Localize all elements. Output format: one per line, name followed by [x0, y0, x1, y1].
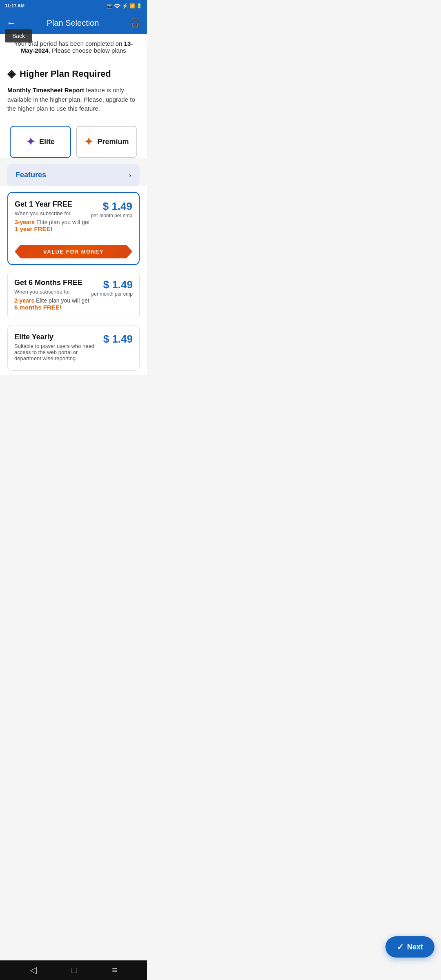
plan-card-1year[interactable]: Get 1 Year FREE When you subscribe for 3…: [7, 192, 140, 265]
time-display: 11:17 AM: [5, 3, 24, 8]
features-row[interactable]: Features ›: [7, 164, 140, 186]
wifi-icon: [114, 3, 120, 9]
feature-name: Monthly Timesheet Report: [7, 87, 84, 94]
card1-price: $ 1.49: [91, 200, 132, 213]
card1-sub: When you subscribe for: [15, 210, 91, 216]
app-header: ← Back Plan Selection 🎧: [0, 11, 147, 34]
back-arrow-icon: ←: [7, 17, 16, 29]
signal-icon: 📶: [129, 3, 135, 9]
card2-promo: 2-years Elite plan you will get 6 months…: [14, 297, 91, 311]
battery-icon: 🔋: [136, 3, 142, 9]
status-time: 11:17 AM: [5, 3, 24, 8]
card2-years: 2-years: [14, 297, 34, 304]
card1-promo: 3-years Elite plan you will get 1 year F…: [15, 219, 91, 232]
headset-icon[interactable]: 🎧: [129, 18, 140, 28]
higher-plan-section: ◈ Higher Plan Required Monthly Timesheet…: [0, 59, 147, 120]
diamond-icon: ◈: [7, 67, 16, 80]
plan-selector: ✦ Elite ✦ Premium: [0, 120, 147, 158]
status-bar: 11:17 AM 📷 ⚡ 📶 🔋: [0, 0, 147, 11]
bluetooth-icon: ⚡: [122, 3, 128, 9]
plan-card-6months[interactable]: Get 6 Months FREE When you subscribe for…: [7, 271, 140, 319]
card2-promo-highlight: 6 months FREE!: [14, 304, 62, 311]
card2-promo-rest: Elite plan you will get: [36, 297, 89, 304]
back-button[interactable]: ← Back: [7, 17, 16, 29]
card1-promo-highlight: 1 year FREE!: [15, 225, 53, 232]
card1-title: Get 1 Year FREE: [15, 200, 91, 209]
higher-plan-heading: Higher Plan Required: [20, 69, 111, 79]
card3-sub: Suitable to power users who need access …: [14, 343, 96, 361]
plan-card-yearly[interactable]: Elite Yearly Suitable to power users who…: [7, 325, 140, 371]
higher-plan-title: ◈ Higher Plan Required: [7, 67, 140, 80]
value-banner-wrap: VALUE FOR MONEY: [15, 245, 132, 258]
card2-title: Get 6 Months FREE: [14, 278, 91, 287]
back-tooltip: Back: [5, 29, 32, 42]
back-label: Back: [12, 33, 25, 39]
premium-label: Premium: [97, 138, 129, 146]
card2-price-block: $ 1.49 per month per emp: [91, 278, 133, 297]
higher-plan-description: Monthly Timesheet Report feature is only…: [7, 86, 140, 114]
premium-icon: ✦: [84, 136, 93, 148]
card1-price-sub: per month per emp: [91, 213, 132, 218]
plan-cards-container: Get 1 Year FREE When you subscribe for 3…: [0, 186, 147, 375]
card3-price-block: $ 1.49: [103, 333, 133, 345]
card2-price: $ 1.49: [91, 278, 133, 291]
premium-plan-button[interactable]: ✦ Premium: [76, 126, 137, 158]
trial-suffix: , Please choose below plans: [49, 47, 126, 54]
card3-title: Elite Yearly: [14, 333, 96, 341]
card1-years: 3-years: [15, 219, 35, 225]
elite-plan-button[interactable]: ✦ Elite: [10, 126, 71, 158]
card1-price-block: $ 1.49 per month per emp: [91, 200, 132, 218]
status-icons: 📷 ⚡ 📶 🔋: [107, 3, 142, 9]
features-chevron-icon: ›: [129, 170, 131, 180]
card1-promo-rest: Elite plan you will get: [36, 219, 90, 225]
features-label: Features: [16, 171, 46, 179]
page-title: Plan Selection: [16, 18, 129, 28]
value-for-money-badge: VALUE FOR MONEY: [15, 245, 132, 258]
elite-label: Elite: [39, 138, 55, 146]
camera-icon: 📷: [107, 3, 113, 9]
elite-icon: ✦: [26, 136, 35, 148]
card3-price: $ 1.49: [103, 333, 133, 345]
card2-sub: When you subscribe for: [14, 289, 91, 295]
card2-price-sub: per month per emp: [91, 291, 133, 297]
